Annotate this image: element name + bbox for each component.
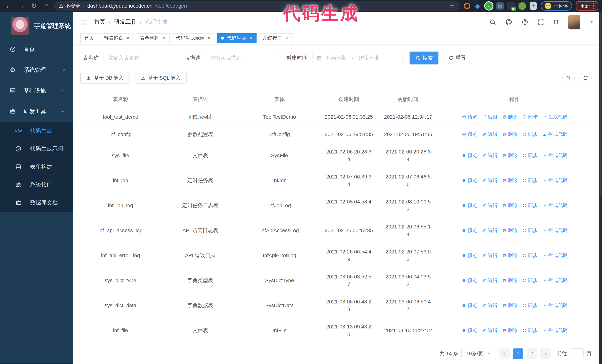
close-icon[interactable]: ✕ <box>207 36 211 41</box>
delete-link[interactable]: 删除 <box>502 302 517 309</box>
page-button-1[interactable]: 1 <box>513 348 523 359</box>
extension-icon-grid[interactable]: ▧ <box>496 2 504 10</box>
sync-link[interactable]: 同步 <box>522 152 538 159</box>
generate-code-link[interactable]: 生成代码 <box>543 202 568 209</box>
bookmark-star-icon[interactable]: ☆ <box>449 2 455 10</box>
sync-link[interactable]: 同步 <box>522 327 538 334</box>
puzzle-icon[interactable]: ✚ <box>530 2 537 10</box>
sidebar-item-系统管理[interactable]: ⚙ 系统管理 <box>0 60 73 80</box>
sidebar-item-基础设施[interactable]: 基础设施 <box>0 80 73 101</box>
sync-link[interactable]: 同步 <box>522 252 538 259</box>
delete-link[interactable]: 删除 <box>502 227 517 234</box>
extension-icon-orange[interactable] <box>464 3 470 9</box>
toggle-search-button search-icon[interactable] <box>562 72 575 84</box>
sidebar-toggle hamburger-icon[interactable] <box>80 18 87 26</box>
browser-menu-icon[interactable] <box>593 3 594 9</box>
search-icon[interactable] <box>489 19 496 25</box>
sidebar-subitem-数据库文档[interactable]: 数据库文档 <box>0 194 73 212</box>
edit-link[interactable]: 编辑 <box>482 152 497 159</box>
generate-code-link[interactable]: 生成代码 <box>543 302 568 309</box>
fontsize-icon[interactable]: tT <box>553 19 559 25</box>
delete-link[interactable]: 删除 <box>502 131 517 138</box>
sync-link[interactable]: 同步 <box>522 113 538 121</box>
page-size-select[interactable]: 10条/页 <box>462 348 496 359</box>
preview-link[interactable]: 预览 <box>462 227 477 234</box>
generate-code-link[interactable]: 生成代码 <box>543 113 568 121</box>
page-button-2[interactable]: 2 <box>527 348 537 359</box>
sync-link[interactable]: 同步 <box>522 302 538 309</box>
close-icon[interactable]: ✕ <box>285 36 289 41</box>
table-name-input[interactable]: 请输入表名称 <box>104 52 176 64</box>
delete-link[interactable]: 删除 <box>502 277 517 284</box>
next-page-button[interactable] <box>540 348 551 359</box>
chevron-down-icon[interactable] <box>589 20 594 24</box>
tab-代码生成示例[interactable]: 代码生成示例✕ <box>172 33 215 43</box>
tab-系统接口[interactable]: 系统接口✕ <box>259 33 292 43</box>
delete-link[interactable]: 删除 <box>502 113 517 121</box>
preview-link[interactable]: 预览 <box>462 131 477 138</box>
refresh-button refresh-icon[interactable] <box>580 72 592 84</box>
extension-icon-frog[interactable] <box>518 2 526 10</box>
breadcrumb-tools[interactable]: 研发工具 <box>114 18 136 26</box>
sync-link[interactable]: 同步 <box>522 131 538 138</box>
sync-link[interactable]: 同步 <box>522 227 538 234</box>
preview-link[interactable]: 预览 <box>462 302 477 309</box>
home-icon[interactable]: ⌂ <box>42 2 52 10</box>
close-icon[interactable]: ✕ <box>248 36 253 41</box>
import-sql-button[interactable]: 基于 SQL 导入 <box>135 72 186 84</box>
extension-icon-on-badge[interactable]: on <box>507 2 515 10</box>
delete-link[interactable]: 删除 <box>502 252 517 259</box>
generate-code-link[interactable]: 生成代码 <box>543 327 568 334</box>
preview-link[interactable]: 预览 <box>462 152 477 159</box>
close-icon[interactable]: ✕ <box>126 36 130 41</box>
generate-code-link[interactable]: 生成代码 <box>543 177 568 184</box>
generate-code-link[interactable]: 生成代码 <box>543 152 568 159</box>
extension-icon-green-check[interactable]: ✓ <box>485 2 493 10</box>
paused-extension-badge[interactable]: 已暂停 <box>541 1 572 10</box>
start-date-placeholder[interactable]: 开始日期 <box>326 54 347 62</box>
delete-link[interactable]: 删除 <box>502 327 517 334</box>
tab-表单构建[interactable]: 表单构建✕ <box>136 33 170 43</box>
edit-link[interactable]: 编辑 <box>482 277 497 284</box>
browser-update-button[interactable]: 更新 <box>576 1 598 10</box>
sync-link[interactable]: 同步 <box>522 177 538 184</box>
generate-code-link[interactable]: 生成代码 <box>543 252 568 259</box>
search-button[interactable]: 搜索 <box>410 52 438 64</box>
sidebar-item-首页[interactable]: 首页 <box>0 39 73 60</box>
edit-link[interactable]: 编辑 <box>482 202 497 209</box>
avatar[interactable] <box>568 15 580 30</box>
github-icon[interactable] <box>505 19 512 26</box>
sidebar-logo-row[interactable]: 芋道管理系统 <box>0 12 73 39</box>
breadcrumb-home[interactable]: 首页 <box>94 18 105 26</box>
edit-link[interactable]: 编辑 <box>482 227 497 234</box>
preview-link[interactable]: 预览 <box>462 113 477 121</box>
goto-page-input[interactable]: 1 <box>570 348 584 359</box>
delete-link[interactable]: 删除 <box>502 152 517 159</box>
tab-代码生成[interactable]: 代码生成✕ <box>217 33 257 43</box>
date-range-picker[interactable]: 开始日期 - 结束日期 <box>312 52 403 64</box>
security-warning[interactable]: ⚠ 不安全 <box>59 3 80 9</box>
edit-link[interactable]: 编辑 <box>482 327 497 334</box>
generate-code-link[interactable]: 生成代码 <box>543 131 568 138</box>
tab-首页[interactable]: 首页 <box>80 33 98 43</box>
extension-icon-gem[interactable]: ◆ <box>474 2 481 10</box>
forward-arrow-icon[interactable]: → <box>16 2 26 10</box>
back-arrow-icon[interactable]: ← <box>4 2 14 10</box>
generate-code-link[interactable]: 生成代码 <box>543 227 568 234</box>
page-scrollbar[interactable] <box>599 12 602 364</box>
table-desc-input[interactable]: 请输入表描述 <box>205 52 278 64</box>
preview-link[interactable]: 预览 <box>462 277 477 284</box>
url-bar[interactable]: ⚠ 不安全 dashboard.yudao.iocoder.cn /tool/c… <box>54 1 460 10</box>
preview-link[interactable]: 预览 <box>462 327 477 334</box>
preview-link[interactable]: 预览 <box>462 202 477 209</box>
tab-链路追踪[interactable]: 链路追踪✕ <box>100 33 134 43</box>
delete-link[interactable]: 删除 <box>502 202 517 209</box>
reset-button[interactable]: 重置 <box>443 52 471 64</box>
edit-link[interactable]: 编辑 <box>482 177 497 184</box>
prev-page-button[interactable] <box>499 348 510 359</box>
end-date-placeholder[interactable]: 结束日期 <box>359 54 379 62</box>
edit-link[interactable]: 编辑 <box>482 113 497 121</box>
delete-link[interactable]: 删除 <box>502 177 517 184</box>
edit-link[interactable]: 编辑 <box>482 302 497 309</box>
sidebar-item-研发工具[interactable]: 研发工具 <box>0 101 73 122</box>
